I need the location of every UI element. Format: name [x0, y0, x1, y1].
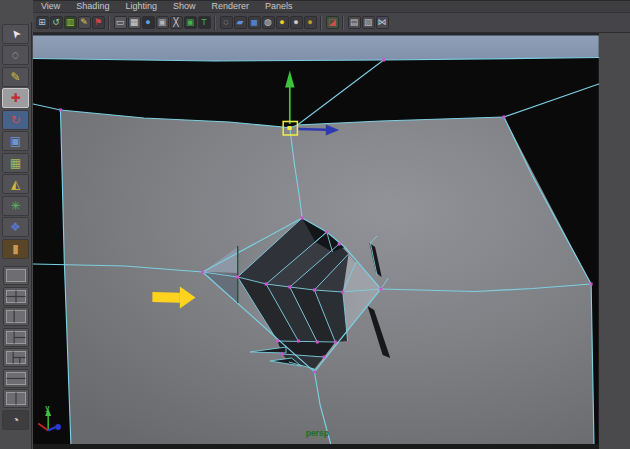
paint-select-tool[interactable]: ✎	[2, 67, 29, 87]
pan-zoom-camera-icon[interactable]: ⊞	[36, 16, 49, 29]
toolbar-separator	[213, 16, 217, 30]
camera-tumble-icon[interactable]: ↺	[50, 16, 63, 29]
paint-select-tool-icon: ✎	[10, 68, 20, 86]
flat-shade-icon[interactable]: ▰	[234, 16, 247, 29]
rotate-tool[interactable]: ↻	[2, 110, 29, 130]
soft-modification-tool[interactable]: ◭	[2, 174, 29, 194]
shadows-icon[interactable]: ●	[290, 16, 303, 29]
layout-two-pane-side[interactable]	[3, 307, 29, 326]
textured-display-icon[interactable]: ◍	[262, 16, 275, 29]
scale-tool[interactable]: ▣	[2, 131, 29, 151]
layout-single-pane[interactable]	[3, 266, 29, 285]
frame-title-icon[interactable]: T	[198, 16, 211, 29]
grease-pencil-icon[interactable]: ✎	[78, 16, 91, 29]
sculpt-tool[interactable]: ▮	[2, 239, 29, 259]
menu-shading[interactable]: Shading	[68, 1, 117, 12]
menu-renderer[interactable]: Renderer	[203, 1, 257, 12]
manip-z-axis[interactable]	[298, 129, 326, 130]
lasso-select-tool[interactable]: ◌	[2, 45, 29, 65]
toolbar-separator	[319, 16, 323, 30]
lasso-select-tool-icon: ◌	[12, 46, 19, 64]
film-gate-icon[interactable]: ▭	[114, 16, 127, 29]
layout-four-pane[interactable]	[3, 287, 29, 306]
safe-title-icon[interactable]: ▣	[184, 16, 197, 29]
show-manipulator-tool-icon: ✳	[10, 197, 20, 215]
toolbox-sidebar: ➤◌✎✚↻▣▦◭✳❖▮◔	[0, 22, 32, 449]
isolate-select-icon[interactable]: ◪	[326, 16, 339, 29]
selected-vertex[interactable]	[287, 126, 291, 130]
viewport-panel: persp y	[33, 33, 630, 449]
layout-three-pane-right[interactable]	[3, 328, 29, 347]
soft-modification-tool-icon: ◭	[11, 175, 20, 193]
panel-toolbar: ⊞↺▥✎⚑▭▦●▣╳▣T◌▰◼◍●●●◪▤▧⋈	[33, 13, 630, 33]
image-plane-icon[interactable]: ▥	[64, 16, 77, 29]
field-chart-icon[interactable]: ▣	[156, 16, 169, 29]
universal-manipulator-tool-icon: ▦	[10, 154, 21, 172]
safe-action-icon[interactable]: ╳	[170, 16, 183, 29]
scale-tool-icon: ▣	[10, 132, 21, 150]
viewport-bottom-border	[33, 444, 599, 449]
viewport-top-border	[33, 33, 599, 36]
wireframe-display-icon[interactable]: ◌	[220, 16, 233, 29]
layout-hypergraph-persp[interactable]	[3, 389, 29, 408]
window-corner	[0, 0, 33, 22]
last-tool-used[interactable]: ❖	[2, 217, 29, 237]
pin-marker-icon[interactable]: ⚑	[92, 16, 105, 29]
layout-outliner-persp[interactable]	[3, 348, 29, 367]
panel-menu-bar: ViewShadingLightingShowRendererPanels	[33, 0, 630, 13]
select-tool-icon: ➤	[6, 24, 26, 42]
backface-display-icon[interactable]: ▧	[362, 16, 375, 29]
viewport-canvas[interactable]: persp y	[33, 33, 630, 449]
menu-show[interactable]: Show	[165, 1, 204, 12]
move-tool-icon: ✚	[10, 89, 20, 107]
resolution-gate-icon[interactable]: ▦	[128, 16, 141, 29]
last-tool-used-icon: ❖	[10, 218, 21, 236]
select-tool[interactable]: ➤	[2, 24, 29, 44]
paint-effects-icon[interactable]: ◔	[2, 410, 29, 430]
show-manipulator-tool[interactable]: ✳	[2, 196, 29, 216]
xray-display-icon[interactable]: ▤	[348, 16, 361, 29]
toolbar-separator	[107, 16, 111, 30]
paint-effects-icon-glyph: ◔	[12, 411, 19, 429]
rotate-tool-icon: ↻	[10, 111, 20, 129]
camera-label: persp	[306, 428, 329, 438]
ceiling-face	[33, 35, 599, 61]
menu-panels[interactable]: Panels	[257, 1, 301, 12]
gate-mask-icon[interactable]: ●	[142, 16, 155, 29]
use-all-lights-icon[interactable]: ●	[276, 16, 289, 29]
menu-view[interactable]: View	[33, 1, 68, 12]
menu-lighting[interactable]: Lighting	[117, 1, 165, 12]
occlusion-icon[interactable]: ●	[304, 16, 317, 29]
toolbar-separator	[341, 16, 345, 30]
connections-icon[interactable]: ⋈	[376, 16, 389, 29]
sculpt-tool-icon: ▮	[12, 240, 19, 258]
move-tool[interactable]: ✚	[2, 88, 29, 108]
layout-two-pane-stacked[interactable]	[3, 369, 29, 388]
smooth-shade-icon[interactable]: ◼	[248, 16, 261, 29]
universal-manipulator-tool[interactable]: ▦	[2, 153, 29, 173]
